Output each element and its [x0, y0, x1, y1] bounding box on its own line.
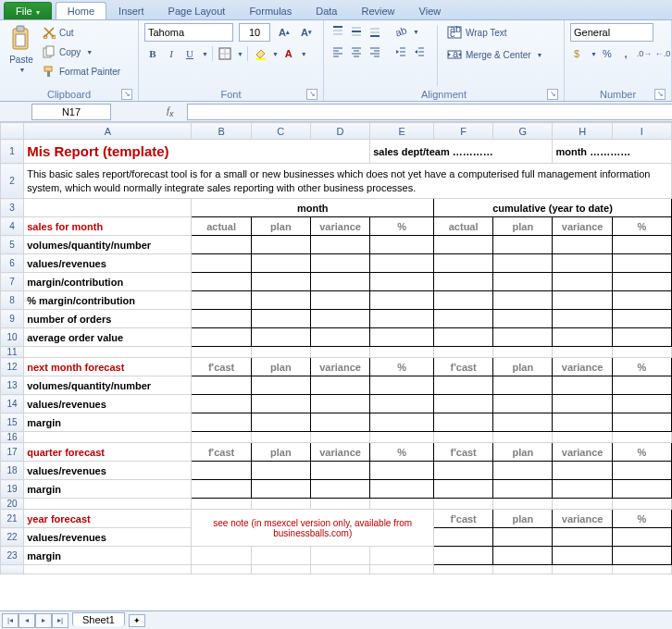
svg-rect-2: [16, 34, 25, 46]
accounting-format-button[interactable]: $: [570, 45, 587, 62]
font-launcher[interactable]: ↘: [306, 89, 317, 100]
row-21[interactable]: 21 year forecast see note (in msexcel ve…: [1, 510, 672, 528]
sheet-nav-next[interactable]: ▸: [35, 613, 52, 628]
tab-formulas[interactable]: Formulas: [237, 2, 304, 19]
tab-data[interactable]: Data: [304, 2, 349, 19]
col-A[interactable]: A: [24, 123, 192, 140]
decrease-decimal-button[interactable]: ←.0: [654, 45, 671, 62]
align-left-button[interactable]: [330, 43, 346, 60]
scissors-icon: [43, 26, 56, 39]
clipboard-launcher[interactable]: ↘: [121, 89, 132, 100]
percent-format-button[interactable]: %: [599, 45, 616, 62]
merge-center-button[interactable]: a Merge & Center▼: [447, 45, 543, 64]
comma-format-button[interactable]: ,: [617, 45, 634, 62]
underline-button[interactable]: U: [181, 45, 198, 62]
col-I[interactable]: I: [612, 123, 671, 140]
worksheet-grid[interactable]: A B C D E F G H I 1 Mis Report (template…: [0, 122, 672, 574]
col-H[interactable]: H: [553, 123, 612, 140]
sheet-nav-last[interactable]: ▸|: [52, 613, 68, 628]
column-headers[interactable]: A B C D E F G H I: [1, 123, 672, 140]
shrink-font-button[interactable]: A▾: [298, 24, 315, 41]
grow-font-button[interactable]: A▴: [276, 24, 292, 41]
fx-icon[interactable]: fx: [167, 105, 174, 118]
select-all-corner[interactable]: [1, 123, 24, 140]
report-title: Mis Report (template): [27, 143, 168, 159]
svg-rect-7: [44, 67, 52, 71]
sheet-nav-prev[interactable]: ◂: [19, 613, 35, 628]
row-7[interactable]: 7margin/contribution: [1, 273, 672, 291]
row-24[interactable]: [1, 565, 672, 574]
name-box[interactable]: [31, 104, 111, 120]
col-D[interactable]: D: [310, 123, 369, 140]
col-F[interactable]: F: [434, 123, 493, 140]
borders-button[interactable]: [217, 45, 233, 62]
row-2[interactable]: 2 This basic sales report/forecast tool …: [1, 164, 672, 199]
tab-insert[interactable]: Insert: [106, 2, 156, 19]
sheet-nav-first[interactable]: |◂: [2, 613, 19, 628]
tab-view[interactable]: View: [407, 2, 454, 19]
row-4[interactable]: 4 sales for month actual plan variance %…: [1, 217, 672, 236]
row-3[interactable]: 3 month cumulative (year to date): [1, 199, 672, 217]
row-14[interactable]: 14values/revenues: [1, 395, 672, 413]
row-17[interactable]: 17 quarter forecast f'castplanvariance%f…: [1, 443, 672, 462]
row-19[interactable]: 19margin: [1, 480, 672, 499]
increase-indent-button[interactable]: [411, 43, 428, 60]
row-18[interactable]: 18values/revenues: [1, 462, 672, 480]
formula-input[interactable]: [187, 104, 672, 120]
align-bottom-button[interactable]: [367, 23, 383, 40]
month-header: month: [192, 199, 434, 217]
new-sheet-button[interactable]: ✦: [129, 614, 145, 627]
year-forecast: year forecast: [24, 510, 192, 528]
row-8[interactable]: 8% margin/contribution: [1, 291, 672, 310]
increase-decimal-button[interactable]: .0→: [636, 45, 653, 62]
col-E[interactable]: E: [370, 123, 434, 140]
col-G[interactable]: G: [493, 123, 553, 140]
tab-file[interactable]: File: [4, 2, 52, 19]
chevron-down-icon: ▼: [19, 67, 26, 73]
month-label: month …………: [553, 140, 672, 164]
row-1[interactable]: 1 Mis Report (template) sales dept/team …: [1, 140, 672, 164]
col-B[interactable]: B: [192, 123, 251, 140]
font-name-select[interactable]: [144, 23, 233, 42]
row-15[interactable]: 15margin: [1, 413, 672, 432]
align-top-button[interactable]: [330, 23, 346, 40]
copy-button[interactable]: Copy▼: [43, 43, 120, 61]
wrap-text-button[interactable]: abc Wrap Text: [447, 23, 543, 42]
row-5[interactable]: 5volumes/quantity/number: [1, 236, 672, 254]
paste-button[interactable]: Paste ▼: [6, 23, 37, 75]
bold-button[interactable]: B: [144, 45, 161, 62]
align-middle-button[interactable]: [348, 23, 365, 40]
font-color-button[interactable]: A: [280, 45, 297, 62]
merge-icon: a: [447, 48, 462, 61]
row-10[interactable]: 10average order value: [1, 328, 672, 347]
sheet-tab-sheet1[interactable]: Sheet1: [72, 612, 125, 626]
tab-home[interactable]: Home: [56, 2, 106, 19]
row-12[interactable]: 12 next month forecast f'castplanvarianc…: [1, 358, 672, 376]
row-13[interactable]: 13volumes/quantity/number: [1, 376, 672, 395]
number-launcher[interactable]: ↘: [654, 89, 666, 100]
orientation-button[interactable]: ab: [392, 23, 409, 40]
font-group-label: Font: [220, 89, 241, 100]
italic-button[interactable]: I: [163, 45, 180, 62]
row-6[interactable]: 6values/revenues: [1, 254, 672, 273]
copy-icon: [43, 45, 56, 58]
row-9[interactable]: 9number of orders: [1, 310, 672, 328]
row-11[interactable]: 11: [1, 347, 672, 358]
alignment-launcher[interactable]: ↘: [547, 89, 558, 100]
font-size-select[interactable]: [239, 23, 270, 42]
cut-button[interactable]: Cut: [43, 23, 120, 42]
tab-review[interactable]: Review: [349, 2, 406, 19]
col-C[interactable]: C: [251, 123, 310, 140]
row-16[interactable]: 16: [1, 432, 672, 443]
align-center-button[interactable]: [348, 43, 365, 60]
report-description: This basic sales report/forecast tool is…: [24, 164, 672, 199]
svg-text:a: a: [453, 48, 459, 59]
fill-color-button[interactable]: [252, 45, 268, 62]
decrease-indent-button[interactable]: [392, 43, 409, 60]
row-23[interactable]: 23margin: [1, 547, 672, 565]
align-right-button[interactable]: [367, 43, 383, 60]
number-format-select[interactable]: [570, 23, 653, 42]
row-20[interactable]: 20: [1, 499, 672, 510]
tab-page-layout[interactable]: Page Layout: [156, 2, 238, 19]
format-painter-button[interactable]: Format Painter: [43, 62, 120, 80]
